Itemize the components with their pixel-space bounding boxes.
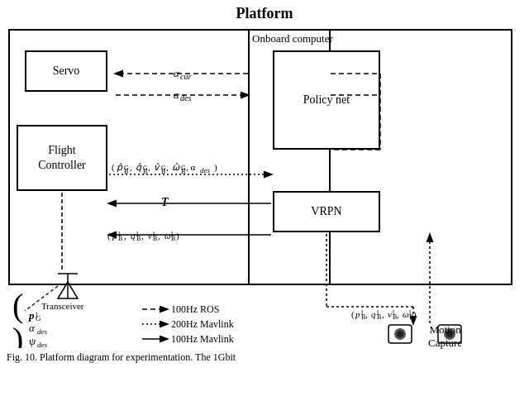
svg-text:100Hz Mavlink: 100Hz Mavlink bbox=[171, 333, 234, 345]
svg-text:ω: ω bbox=[403, 309, 409, 319]
svg-text:B: B bbox=[409, 313, 413, 321]
svg-point-78 bbox=[397, 331, 403, 337]
svg-text:): ) bbox=[12, 321, 23, 348]
svg-text:B: B bbox=[377, 313, 381, 321]
svg-text:des: des bbox=[37, 341, 47, 348]
svg-text:q: q bbox=[371, 309, 376, 319]
svg-text:(: ( bbox=[351, 309, 355, 320]
svg-text:l: l bbox=[36, 311, 38, 319]
svg-text:des: des bbox=[37, 327, 47, 336]
svg-text:,: , bbox=[397, 309, 399, 319]
svg-text:l: l bbox=[409, 309, 412, 317]
servo-box: Servo bbox=[25, 50, 107, 92]
svg-text:B: B bbox=[393, 313, 397, 321]
svg-text:l: l bbox=[393, 309, 395, 317]
svg-text:l: l bbox=[361, 309, 364, 317]
motion-capture-label: MotionCapture bbox=[428, 323, 462, 350]
caption: Fig. 10. Platform diagram for experiment… bbox=[0, 348, 529, 366]
svg-text:,: , bbox=[382, 309, 384, 319]
flight-controller-box: FlightController bbox=[17, 125, 107, 191]
svg-point-77 bbox=[394, 328, 406, 340]
svg-text:100Hz ROS: 100Hz ROS bbox=[171, 303, 219, 315]
svg-text:Transceiver: Transceiver bbox=[41, 301, 84, 311]
svg-text:v: v bbox=[388, 309, 392, 319]
svg-text:): ) bbox=[413, 309, 417, 320]
svg-line-99 bbox=[25, 286, 58, 311]
page-title: Platform bbox=[0, 0, 529, 26]
svg-text:p: p bbox=[355, 309, 360, 319]
diagram-area: Onboard computer Servo FlightController … bbox=[8, 26, 521, 348]
svg-text:(: ( bbox=[12, 287, 23, 324]
svg-text:α: α bbox=[29, 322, 36, 334]
policy-net-box: Policy net bbox=[273, 50, 380, 150]
svg-text:B: B bbox=[361, 313, 365, 321]
svg-text:ψ: ψ bbox=[29, 335, 36, 347]
svg-rect-76 bbox=[388, 325, 412, 343]
svg-text:200Hz Mavlink: 200Hz Mavlink bbox=[171, 318, 234, 330]
svg-text:l: l bbox=[377, 309, 379, 317]
vrpn-box: VRPN bbox=[273, 191, 380, 232]
svg-text:,: , bbox=[365, 309, 368, 319]
svg-text:p: p bbox=[28, 309, 35, 322]
svg-text:G: G bbox=[36, 314, 41, 322]
onboard-label: Onboard computer bbox=[252, 32, 333, 45]
